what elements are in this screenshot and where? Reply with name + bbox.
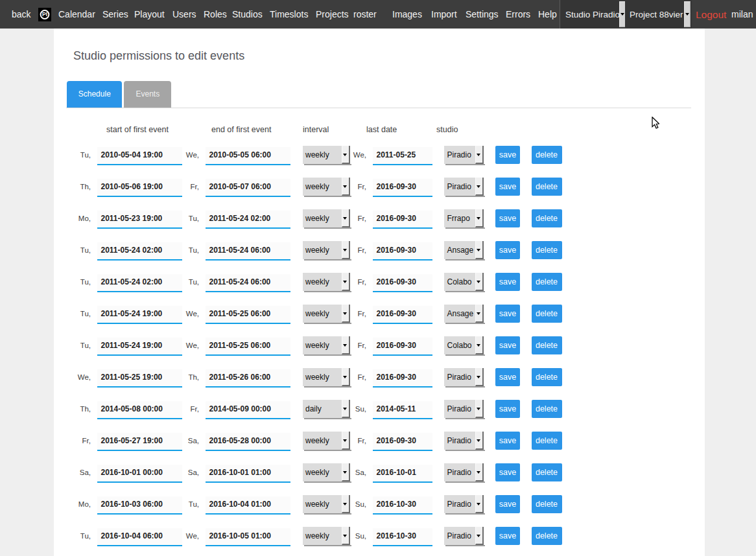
svg-text:PI: PI — [42, 11, 47, 17]
